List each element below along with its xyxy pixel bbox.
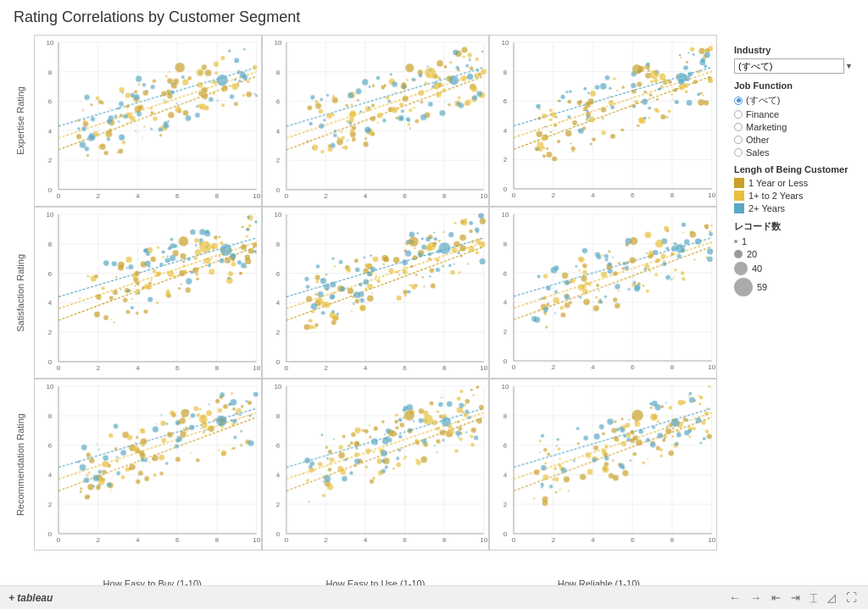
nav-back-button[interactable]: ←: [726, 591, 743, 604]
nav-start-button[interactable]: ⇤: [769, 591, 783, 604]
tableau-logo: + tableau: [8, 592, 53, 604]
chart-grid: Expertise Rating Satisfaction Rating: [7, 35, 717, 574]
size-label-1: 20: [747, 249, 757, 259]
record-count-legend: レコード数 1 20 40 59: [734, 220, 858, 296]
radio-dot-marketing: [734, 123, 743, 131]
industry-select[interactable]: (すべて) Finance Marketing Other Sales: [734, 58, 844, 74]
scatter-cell-0-1: [262, 35, 490, 207]
scatter-cell-2-2: [489, 379, 717, 551]
nav-fullscreen-button[interactable]: ⛶: [843, 591, 860, 604]
size-label-2: 40: [752, 263, 762, 274]
size-label-0: 1: [742, 236, 747, 246]
nav-view-button[interactable]: ◿: [825, 591, 838, 604]
chart-title: Rating Correlations by Customer Segment: [0, 0, 868, 31]
legend-label-1: 1+ to 2 Years: [748, 191, 804, 201]
scatter-canvas-0-2: [490, 36, 716, 206]
legend-color-0: [734, 178, 744, 188]
radio-label-marketing: Marketing: [746, 122, 787, 132]
industry-label: Industry: [734, 45, 858, 55]
tableau-footer: + tableau ← → ⇤ ⇥ ⌶ ◿ ⛶: [0, 585, 868, 609]
chart-area: Expertise Rating Satisfaction Rating: [0, 31, 724, 585]
size-circle-1: [734, 250, 743, 258]
scatter-cell-0-2: [489, 35, 717, 207]
legend-item-1: 1+ to 2 Years: [734, 191, 858, 201]
job-function-label: Job Function: [734, 80, 858, 91]
radio-dot-other: [734, 136, 743, 144]
size-row-1: 20: [734, 249, 858, 259]
legend-label-2: 2+ Years: [748, 203, 785, 213]
radio-label-other: Other: [746, 135, 770, 145]
footer-nav[interactable]: ← → ⇤ ⇥ ⌶ ◿ ⛶: [726, 591, 860, 604]
axis-labels-row: How Easy to Buy (1-10) How Easy to Use (…: [7, 574, 717, 585]
scatter-canvas-2-2: [490, 379, 716, 550]
size-circle-0: [734, 240, 737, 243]
axis-label-x2: How Reliable (1-10): [487, 576, 710, 585]
radio-label-sales: Sales: [746, 147, 770, 158]
nav-end-button[interactable]: ⇥: [788, 591, 803, 604]
size-row-2: 40: [734, 262, 858, 275]
size-circle-2: [734, 262, 748, 275]
scatter-cell-0-0: [34, 35, 262, 207]
y-label-satisfaction: Satisfaction Rating: [7, 207, 34, 379]
scatter-canvas-1-1: [263, 208, 489, 378]
radio-dot-finance: [734, 110, 743, 119]
legend-color-2: [734, 203, 744, 213]
radio-marketing[interactable]: Marketing: [734, 122, 858, 132]
legend-color-1: [734, 191, 744, 201]
y-label-recommendation: Recommendation Rating: [7, 379, 34, 551]
record-count-label: レコード数: [734, 220, 858, 233]
select-arrow-icon: ▼: [845, 62, 853, 70]
scatter-canvas-1-2: [490, 208, 716, 378]
scatter-cell-2-1: [262, 379, 490, 551]
legend-item-0: 1 Year or Less: [734, 178, 858, 188]
length-legend: Lengh of Being Customer 1 Year or Less 1…: [734, 164, 858, 213]
radio-dot-all: [734, 97, 743, 105]
y-label-expertise: Expertise Rating: [7, 35, 34, 207]
scatter-cell-1-1: [262, 207, 490, 379]
scatter-canvas-2-0: [35, 379, 261, 550]
sidebar: Industry (すべて) Finance Marketing Other S…: [724, 31, 868, 585]
scatter-cell-2-0: [34, 379, 262, 551]
scatter-canvas-0-1: [263, 36, 489, 206]
size-row-0: 1: [734, 236, 858, 246]
legend-item-2: 2+ Years: [734, 203, 858, 213]
length-label: Lengh of Being Customer: [734, 164, 858, 174]
radio-sales[interactable]: Sales: [734, 147, 858, 158]
axis-label-empty: [14, 576, 41, 585]
radio-finance[interactable]: Finance: [734, 109, 858, 119]
nav-forward-button[interactable]: →: [748, 591, 764, 604]
radio-dot-sales: [734, 148, 743, 157]
scatter-cell-1-2: [489, 207, 717, 379]
radio-label-finance: Finance: [746, 109, 779, 119]
size-row-3: 59: [734, 278, 858, 296]
size-label-3: 59: [757, 282, 767, 292]
scatter-cell-1-0: [34, 207, 262, 379]
content-area: Expertise Rating Satisfaction Rating: [0, 31, 868, 585]
radio-other[interactable]: Other: [734, 135, 858, 145]
scatter-canvas-1-0: [35, 208, 261, 378]
main-container: Rating Correlations by Customer Segment …: [0, 0, 868, 609]
radio-all[interactable]: (すべて): [734, 94, 858, 107]
size-circle-3: [734, 278, 753, 296]
nav-share-button[interactable]: ⌶: [808, 591, 820, 604]
industry-select-wrapper[interactable]: (すべて) Finance Marketing Other Sales ▼: [734, 58, 858, 74]
scatter-canvas-2-1: [263, 379, 489, 550]
radio-label-all: (すべて): [746, 94, 780, 107]
axis-label-x1: How Easy to Use (1-10): [264, 576, 487, 585]
tableau-logo-text: + tableau: [8, 592, 53, 604]
legend-label-0: 1 Year or Less: [748, 178, 808, 188]
axis-label-x0: How Easy to Buy (1-10): [41, 576, 264, 585]
scatter-canvas-0-0: [35, 36, 261, 206]
